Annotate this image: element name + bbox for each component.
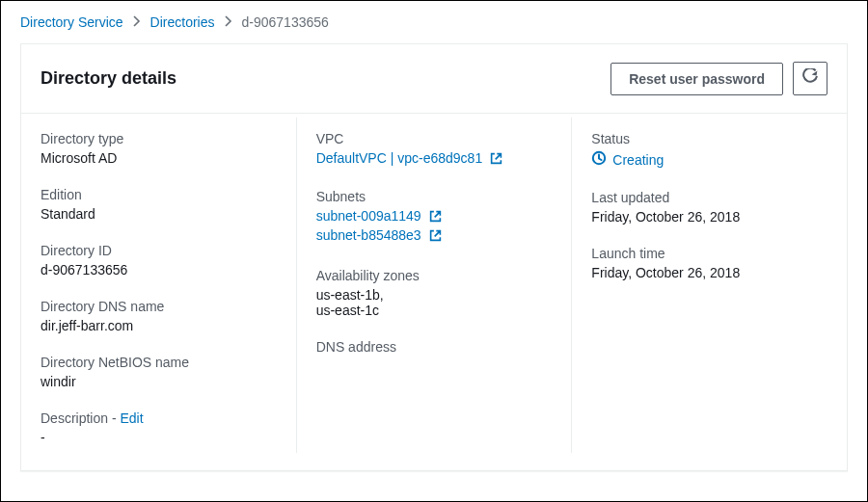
- directory-details-panel: Directory details Reset user password Di…: [20, 43, 848, 471]
- field-description: Description - Edit -: [41, 397, 277, 453]
- external-link-icon: [490, 152, 502, 168]
- launch-time-label: Launch time: [591, 246, 827, 261]
- netbios-label: Directory NetBIOS name: [41, 355, 277, 370]
- launch-time-value: Friday, October 26, 2018: [591, 265, 827, 280]
- field-vpc: VPC DefaultVPC | vpc-e68d9c81: [316, 118, 553, 175]
- edition-label: Edition: [41, 187, 277, 202]
- directory-id-value: d-9067133656: [41, 262, 277, 277]
- breadcrumb-current: d-9067133656: [242, 14, 329, 30]
- edition-value: Standard: [41, 206, 277, 222]
- vpc-link-text: DefaultVPC | vpc-e68d9c81: [316, 150, 483, 166]
- vpc-link[interactable]: DefaultVPC | vpc-e68d9c81: [316, 150, 502, 166]
- dns-name-value: dir.jeff-barr.com: [41, 318, 277, 333]
- breadcrumb-directories-link[interactable]: Directories: [150, 14, 215, 30]
- field-directory-id: Directory ID d-9067133656: [41, 229, 277, 285]
- column-general: Directory type Microsoft AD Edition Stan…: [21, 118, 296, 453]
- description-separator: -: [108, 410, 120, 426]
- reset-password-button[interactable]: Reset user password: [610, 63, 783, 95]
- directory-id-label: Directory ID: [41, 243, 277, 258]
- field-dns-name: Directory DNS name dir.jeff-barr.com: [41, 285, 277, 341]
- field-subnets: Subnets subnet-009a1149 subnet-b85488e3: [316, 175, 553, 254]
- field-dns-address: DNS address: [316, 326, 553, 366]
- field-availability-zones: Availability zones us-east-1b, us-east-1…: [316, 254, 553, 326]
- directory-type-label: Directory type: [41, 131, 277, 146]
- subnets-label: Subnets: [316, 189, 553, 204]
- header-actions: Reset user password: [610, 62, 827, 95]
- status-label: Status: [591, 131, 827, 146]
- last-updated-value: Friday, October 26, 2018: [591, 209, 827, 225]
- field-edition: Edition Standard: [41, 173, 277, 229]
- field-status: Status Creating: [591, 118, 827, 176]
- field-launch-time: Launch time Friday, October 26, 2018: [591, 232, 827, 288]
- external-link-icon: [429, 229, 442, 245]
- status-value: Creating: [612, 152, 664, 168]
- field-last-updated: Last updated Friday, October 26, 2018: [591, 176, 827, 232]
- chevron-right-icon: [133, 15, 141, 30]
- subnet-2-text: subnet-b85488e3: [316, 227, 421, 243]
- last-updated-label: Last updated: [591, 190, 827, 205]
- refresh-button[interactable]: [793, 62, 827, 95]
- field-netbios: Directory NetBIOS name windir: [41, 341, 277, 397]
- netbios-value: windir: [41, 374, 277, 389]
- vpc-label: VPC: [316, 131, 553, 146]
- clock-icon: [591, 150, 607, 169]
- chevron-right-icon: [225, 15, 232, 30]
- breadcrumb-service-link[interactable]: Directory Service: [20, 14, 123, 30]
- field-directory-type: Directory type Microsoft AD: [41, 118, 277, 173]
- column-networking: VPC DefaultVPC | vpc-e68d9c81 Subnets su…: [296, 118, 572, 453]
- directory-type-value: Microsoft AD: [41, 150, 277, 166]
- page-title: Directory details: [41, 68, 176, 89]
- external-link-icon: [429, 210, 442, 225]
- description-label: Description: [41, 410, 108, 426]
- subnet-1-text: subnet-009a1149: [316, 208, 421, 224]
- panel-body: Directory type Microsoft AD Edition Stan…: [21, 114, 847, 470]
- dns-address-label: DNS address: [316, 339, 553, 355]
- edit-description-link[interactable]: Edit: [120, 410, 143, 426]
- dns-name-label: Directory DNS name: [41, 299, 277, 314]
- subnet-2-link[interactable]: subnet-b85488e3: [316, 227, 553, 245]
- column-status: Status Creating Last updated Friday, Oct…: [571, 118, 847, 453]
- az-label: Availability zones: [316, 268, 553, 283]
- panel-header: Directory details Reset user password: [21, 44, 847, 114]
- description-value: -: [41, 430, 277, 445]
- refresh-icon: [802, 68, 818, 89]
- az-value: us-east-1b, us-east-1c: [316, 287, 553, 318]
- description-label-row: Description - Edit: [41, 410, 277, 426]
- subnet-1-link[interactable]: subnet-009a1149: [316, 208, 553, 225]
- breadcrumb: Directory Service Directories d-90671336…: [1, 1, 867, 40]
